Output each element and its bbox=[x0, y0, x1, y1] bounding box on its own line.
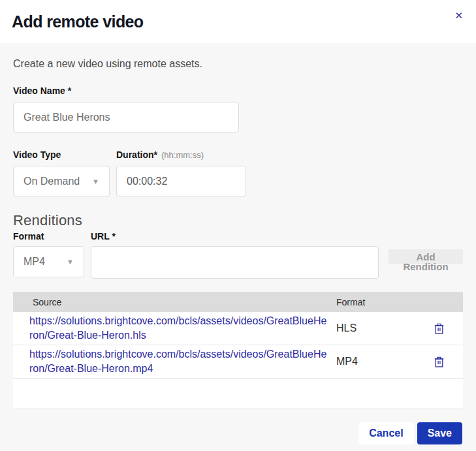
video-type-select[interactable]: On Demand ▼ bbox=[13, 166, 110, 196]
rendition-actions-cell bbox=[415, 356, 463, 368]
url-group: URL * bbox=[91, 231, 379, 279]
cancel-button[interactable]: Cancel bbox=[358, 422, 413, 444]
modal-header: Add remote video ✕ bbox=[0, 0, 476, 43]
modal-body: Create a new video using remote assets. … bbox=[0, 58, 476, 444]
table-row: https://solutions.brightcove.com/bcls/as… bbox=[13, 345, 463, 379]
chevron-down-icon: ▼ bbox=[92, 178, 99, 185]
delete-rendition-button[interactable] bbox=[434, 356, 445, 368]
url-input[interactable] bbox=[91, 246, 379, 279]
add-rendition-button[interactable]: Add Rendition bbox=[389, 249, 463, 264]
url-label: URL * bbox=[91, 231, 379, 241]
intro-text: Create a new video using remote assets. bbox=[13, 58, 463, 70]
rendition-format-value: MP4 bbox=[336, 356, 415, 367]
table-row: https://solutions.brightcove.com/bcls/as… bbox=[13, 312, 463, 345]
video-type-label: Video Type bbox=[13, 149, 110, 160]
format-select[interactable]: MP4 ▼ bbox=[13, 246, 84, 277]
video-name-group: Video Name * bbox=[13, 86, 463, 132]
rendition-format-value: HLS bbox=[336, 322, 415, 334]
video-type-value: On Demand bbox=[24, 176, 80, 187]
video-name-input[interactable] bbox=[13, 102, 239, 132]
rendition-form-row: Format MP4 ▼ URL * Add Rendition bbox=[13, 231, 463, 279]
chevron-down-icon: ▼ bbox=[67, 258, 74, 266]
trash-icon bbox=[434, 322, 445, 335]
video-name-label: Video Name * bbox=[13, 86, 463, 96]
format-value: MP4 bbox=[24, 256, 45, 268]
rendition-source-link[interactable]: https://solutions.brightcove.com/bcls/as… bbox=[13, 312, 336, 345]
duration-group: Duration*(hh:mm:ss) bbox=[116, 149, 246, 196]
format-label: Format bbox=[13, 231, 84, 241]
rendition-actions-cell bbox=[415, 322, 463, 335]
duration-format-hint: (hh:mm:ss) bbox=[161, 150, 204, 160]
table-empty-area bbox=[13, 379, 463, 409]
save-button[interactable]: Save bbox=[417, 422, 462, 444]
delete-rendition-button[interactable] bbox=[434, 322, 445, 335]
modal-footer: Cancel Save bbox=[13, 422, 463, 444]
trash-icon bbox=[434, 356, 445, 368]
table-header-row: Source Format bbox=[13, 292, 463, 312]
close-icon[interactable]: ✕ bbox=[454, 10, 463, 20]
duration-label: Duration*(hh:mm:ss) bbox=[116, 149, 246, 160]
rendition-source-link[interactable]: https://solutions.brightcove.com/bcls/as… bbox=[13, 345, 336, 378]
duration-input[interactable] bbox=[116, 166, 246, 196]
type-duration-row: Video Type On Demand ▼ Duration*(hh:mm:s… bbox=[13, 149, 463, 196]
renditions-table: Source Format https://solutions.brightco… bbox=[13, 292, 463, 409]
source-column-header: Source bbox=[13, 297, 336, 307]
format-group: Format MP4 ▼ bbox=[13, 231, 84, 277]
renditions-heading: Renditions bbox=[13, 212, 463, 229]
video-type-group: Video Type On Demand ▼ bbox=[13, 149, 110, 196]
modal-title: Add remote video bbox=[12, 12, 144, 31]
format-column-header: Format bbox=[336, 297, 415, 307]
duration-label-text: Duration* bbox=[116, 149, 157, 160]
